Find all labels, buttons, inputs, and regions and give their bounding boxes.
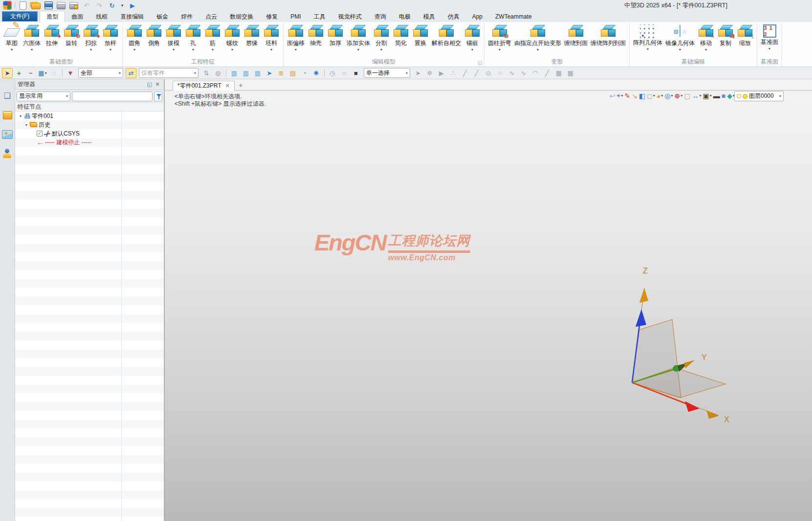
web-browse-icon[interactable]: ◔ (299, 68, 310, 78)
settings-pick-icon[interactable]: ✲ (424, 68, 435, 78)
open-file-button[interactable] (31, 1, 41, 10)
tree-node-model-stop[interactable]: ← ----- 建模停止 ----- (15, 138, 164, 147)
lip-button[interactable]: 唇缘 (242, 23, 262, 47)
edge-filter-icon[interactable]: ╱ (471, 68, 482, 78)
dialog-launcher-icon[interactable]: ◱ (478, 60, 483, 66)
close-tab-icon[interactable]: ✕ (225, 83, 230, 89)
rib-button[interactable]: 筋 ▾ (203, 23, 222, 52)
pick-cursor-icon[interactable]: ➤ (2, 68, 13, 78)
filter-bars-icon[interactable]: ▼ (65, 68, 76, 78)
copy-button[interactable]: ⇉ 复制 (716, 23, 735, 47)
sweep-button[interactable]: ➜ 扫掠 ▾ (81, 23, 101, 52)
tree-search-input[interactable] (72, 91, 153, 101)
emboss-button[interactable]: 镶嵌 ▾ (462, 23, 482, 52)
menu-tab-direct-edit[interactable]: 直接编辑 (114, 11, 150, 22)
add-solid-button[interactable]: 添加实体 ▾ (345, 23, 372, 52)
show-only-part-combo[interactable]: 仅有零件▾ (139, 68, 198, 78)
menu-tab-data-exchange[interactable]: 数据交换 (223, 11, 260, 22)
menu-tab-shape[interactable]: 造型 (40, 11, 65, 22)
visual-manager-icon[interactable]: ❑ (1, 89, 14, 102)
resolve-self-intersection-button[interactable]: 解析自相交 (430, 23, 462, 47)
app-logo-icon[interactable] (3, 1, 12, 10)
new-file-button[interactable] (18, 1, 28, 10)
move-button[interactable]: → 移动 ▾ (696, 23, 716, 52)
chevron-down-icon[interactable]: ▾ (24, 123, 29, 127)
curvature-icon[interactable]: ∩ (339, 68, 350, 78)
new-tab-icon[interactable]: + (239, 81, 243, 89)
menu-tab-point-cloud[interactable]: 点云 (199, 11, 223, 22)
shell-button[interactable]: 抽壳 (306, 23, 326, 47)
axis-filter-icon[interactable]: ╱ (542, 68, 552, 78)
insert-column-icon[interactable]: ▥ (229, 68, 240, 78)
thicken-button[interactable]: 加厚 (326, 23, 345, 47)
lasso-icon[interactable]: ◌ (49, 68, 60, 78)
insert-column-2-icon[interactable]: ▥ (241, 68, 251, 78)
idea-settings-icon[interactable]: ✱ (311, 68, 322, 78)
print-button[interactable] (56, 1, 66, 10)
checkbox-checked-icon[interactable]: ✓ (37, 131, 43, 136)
add-entity-icon[interactable]: + (14, 68, 24, 78)
fit-view-icon[interactable]: ↔▾ (692, 92, 701, 100)
spline-filter-icon[interactable]: ∿ (506, 68, 517, 78)
select-arrow-icon[interactable]: ➤ (413, 68, 423, 78)
document-tab[interactable]: *零件001.Z3PRT ✕ (173, 81, 235, 91)
wireframe-cube-icon[interactable]: ◻▾ (647, 92, 655, 100)
menu-tab-inquire[interactable]: 查询 (368, 11, 393, 22)
pattern-geometry-button[interactable]: 阵列几何体 ▾ (632, 23, 664, 51)
exit-view-icon[interactable]: ↩ (610, 92, 615, 100)
menu-tab-wireframe[interactable]: 线框 (89, 11, 114, 22)
menu-tab-app[interactable]: App (466, 11, 489, 22)
selection-mode-combo[interactable]: 单一选择▾ (364, 68, 410, 78)
close-panel-icon[interactable]: ✕ (154, 81, 161, 88)
pick-region-icon[interactable]: ▦▾ (37, 68, 48, 78)
float-panel-icon[interactable]: ◱ (146, 81, 154, 88)
regen-button[interactable]: ↻ (107, 1, 117, 10)
stamp-icon[interactable]: ▦ (553, 68, 564, 78)
menu-tab-mold[interactable]: 模具 (417, 11, 441, 22)
sketch-button[interactable]: ✎ 草图 ▾ (2, 23, 22, 52)
menu-tab-weldment[interactable]: 焊件 (175, 11, 199, 22)
filter-funnel-icon[interactable] (154, 91, 162, 101)
image-navigator-icon[interactable] (1, 128, 14, 141)
save-button[interactable] (44, 1, 53, 10)
render-mode-icon[interactable]: ◆▾ (727, 92, 735, 100)
menu-tab-electrode[interactable]: 电极 (393, 11, 417, 22)
rotate-view-icon[interactable]: ⊕▾ (674, 92, 682, 100)
graphics-area[interactable]: *零件001.Z3PRT ✕ + <单击右键>环境相关选项. <Shift +鼠… (164, 79, 812, 521)
section-view-icon[interactable]: ◕▾ (657, 92, 663, 100)
stock-button[interactable]: 坯料 ▾ (262, 23, 281, 52)
menu-tab-visual-style[interactable]: 视觉样式 (332, 11, 368, 22)
chamfer-button[interactable]: 倒角 (144, 23, 164, 47)
separator[interactable] (62, 69, 63, 77)
menu-tab-pmi[interactable]: PMI (284, 11, 307, 22)
display-filter-combo[interactable]: 显示常用▾ (17, 91, 70, 101)
menu-tab-surface[interactable]: 曲面 (65, 11, 89, 22)
mirror-geometry-button[interactable]: 镜像几何体 ▾ (664, 23, 696, 52)
menu-tab-tools[interactable]: 工具 (307, 11, 332, 22)
cylindrical-bend-button[interactable]: ↻ 圆柱折弯 ▾ (486, 23, 513, 52)
menu-tab-repair[interactable]: 修复 (260, 11, 284, 22)
auto-regen-icon[interactable]: ⇄ (126, 68, 136, 78)
pick-color-icon[interactable]: ■ (351, 68, 361, 78)
wrap-to-face-button[interactable]: 缠绕到面 (563, 23, 589, 47)
simplify-button[interactable]: 简化 (391, 23, 411, 47)
face-offset-button[interactable]: 面偏移 ▾ (285, 23, 306, 52)
layer-list-icon[interactable]: ≣ (276, 68, 286, 78)
part-browser-icon[interactable] (1, 109, 14, 121)
tree-node-default-csys[interactable]: ✓ 默认CSYS (15, 129, 164, 138)
point-filter-icon[interactable]: ∴ (448, 68, 459, 78)
loft-button[interactable]: 放样 ▾ (101, 23, 120, 52)
chevron-down-icon[interactable]: ▾ (18, 114, 23, 118)
separator[interactable] (324, 69, 325, 77)
deform-from-point-button[interactable]: 由指定点开始变形 ▾ (513, 23, 563, 52)
tree-node-part-root[interactable]: ▾ 品 零件001 (15, 112, 164, 120)
scale-button[interactable]: ↕ 缩放 (735, 23, 755, 47)
qat-separator[interactable] (15, 2, 15, 9)
line-filter-icon[interactable]: ╱ (460, 68, 470, 78)
draft-button[interactable]: 拔模 ▾ (164, 23, 183, 52)
align-plane-icon[interactable]: ↘ (632, 92, 637, 100)
batch-print-button[interactable] (69, 1, 79, 10)
revolve-button[interactable]: ↻ 旋转 (62, 23, 81, 47)
wrap-pattern-to-face-button[interactable]: 缠绕阵列到面 (589, 23, 627, 47)
pick-last-icon[interactable]: ➤ (264, 68, 275, 78)
